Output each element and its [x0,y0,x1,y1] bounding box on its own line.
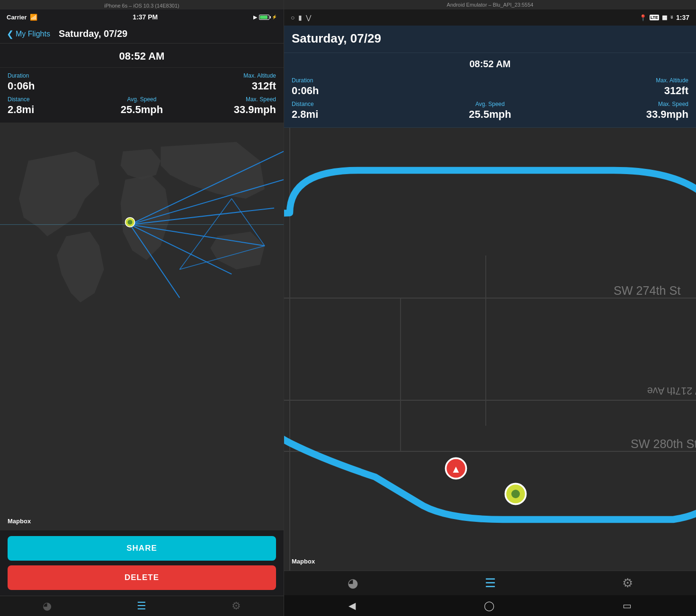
android-distance-stat: Distance 2.8mi [292,101,424,121]
svg-text:SW 274th St: SW 274th St [614,284,680,297]
android-distance-label: Distance [292,101,424,107]
ios-max-speed-value: 33.9mph [187,104,276,116]
ios-dashboard-icon[interactable]: ◕ [43,600,52,612]
ios-max-altitude-stat: Max. Altitude 312ft [187,72,276,92]
android-empty-stat1 [424,77,556,97]
android-title-bar: Android Emulator – Blu_API_23:5554 [284,0,696,9]
android-map: SW 274th St SW 280th St SW 217th Ave ▲ M… [284,128,696,571]
android-mapbox-label: Mapbox [292,558,315,565]
ios-title-bar: iPhone 6s – iOS 10.3 (14E8301) [0,0,284,9]
ios-distance-stat: Distance 2.8mi [8,96,97,116]
android-flight-time: 08:52 AM [284,59,696,70]
ios-max-altitude-value: 312ft [187,80,276,92]
chevron-left-icon: ❮ [7,29,14,39]
android-list-icon[interactable]: ☰ [485,576,496,590]
ios-title-text: iPhone 6s – iOS 10.3 (14E8301) [104,3,179,9]
android-bottom-nav: ◕ ☰ ⚙ [284,571,696,595]
svg-rect-13 [284,128,696,571]
lte-badge: LTE [650,15,659,20]
ios-avg-speed-label: Avg. Speed [97,96,187,103]
ios-settings-icon[interactable]: ⚙ [232,600,241,612]
android-time-section: 08:52 AM [284,53,696,73]
ios-back-label: My Flights [16,30,50,38]
ios-max-altitude-label: Max. Altitude [187,72,276,79]
ios-distance-value: 2.8mi [8,104,97,116]
battery-icon [259,15,269,20]
ios-max-speed-stat: Max. Speed 33.9mph [187,96,276,116]
android-status-bar: ○ ▮ ⋁ 📍 LTE ▩ ⍤ 1:37 [284,9,696,26]
ios-stats: Duration 0:06h Max. Altitude 312ft Dista… [0,68,284,123]
ios-nav-bar: ❮ My Flights Saturday, 07/29 [0,25,284,44]
ios-flight-time: 08:52 AM [0,50,284,62]
android-icon3: ⋁ [306,14,311,21]
android-map-svg: SW 274th St SW 280th St SW 217th Ave ▲ [284,128,696,571]
ios-list-icon[interactable]: ☰ [137,600,146,612]
ios-bottom-bar: ◕ ☰ ⚙ [0,596,284,616]
ios-duration-label: Duration [8,72,97,79]
ios-carrier: Carrier [7,14,27,21]
location-icon: ▶ [253,14,257,20]
android-max-altitude-value: 312ft [556,85,688,97]
location-icon: 📍 [639,14,647,21]
svg-text:SW 217th Ave: SW 217th Ave [647,385,696,397]
ios-mapbox-label: Mapbox [8,518,31,525]
android-avg-speed-label: Avg. Speed [424,101,556,107]
android-status-left: ○ ▮ ⋁ [291,14,311,21]
ios-time-section: 08:52 AM [0,44,284,68]
android-recents-button[interactable]: ▭ [623,600,632,611]
ios-status-left: Carrier 📶 [7,14,37,21]
android-duration-label: Duration [292,77,424,84]
battery-icon: ⍤ [670,14,673,21]
svg-text:SW 280th St: SW 280th St [631,437,696,450]
ios-back-button[interactable]: ❮ My Flights [7,29,50,39]
ios-distance-label: Distance [8,96,97,103]
delete-button[interactable]: DELETE [8,565,276,590]
ios-panel: iPhone 6s – iOS 10.3 (14E8301) Carrier 📶… [0,0,284,616]
ios-map: Mapbox [0,123,284,530]
ios-duration-value: 0:06h [8,80,97,92]
android-system-bar: ◀ ◯ ▭ [284,595,696,616]
android-icon1: ○ [291,14,294,21]
ios-actions: SHARE DELETE [0,530,284,596]
ios-empty-stat1 [97,72,187,92]
ios-avg-speed-stat: Avg. Speed 25.5mph [97,96,187,116]
android-home-button[interactable]: ◯ [484,600,494,611]
android-panel: Android Emulator – Blu_API_23:5554 ○ ▮ ⋁… [284,0,696,616]
ios-nav-title: Saturday, 07/29 [59,28,127,39]
android-avg-speed-stat: Avg. Speed 25.5mph [424,101,556,121]
android-title-text: Android Emulator – Blu_API_23:5554 [447,2,534,8]
android-duration-stat: Duration 0:06h [292,77,424,97]
android-max-speed-label: Max. Speed [556,101,688,107]
wifi-icon: 📶 [30,14,37,21]
android-max-speed-value: 33.9mph [556,108,688,121]
svg-text:▲: ▲ [451,463,461,475]
lightning-icon: ⚡ [272,15,277,19]
svg-point-12 [128,220,133,225]
ios-status-right: ▶ ⚡ [253,14,277,20]
android-max-altitude-stat: Max. Altitude 312ft [556,77,688,97]
ios-max-speed-label: Max. Speed [187,96,276,103]
android-max-altitude-label: Max. Altitude [556,77,688,84]
android-nav-title: Saturday, 07/29 [292,31,688,46]
ios-duration-stat: Duration 0:06h [8,72,97,92]
android-max-speed-stat: Max. Speed 33.9mph [556,101,688,121]
android-avg-speed-value: 25.5mph [424,108,556,121]
signal-icon: ▩ [662,14,667,21]
android-dashboard-icon[interactable]: ◕ [348,576,358,590]
android-icon2: ▮ [298,14,302,21]
android-settings-icon[interactable]: ⚙ [622,576,633,590]
svg-point-27 [511,490,520,498]
share-button[interactable]: SHARE [8,536,276,561]
ios-clock: 1:37 PM [133,13,158,21]
ios-avg-speed-value: 25.5mph [97,104,187,116]
android-clock: 1:37 [676,14,689,21]
android-back-button[interactable]: ◀ [348,600,356,611]
android-status-right: 📍 LTE ▩ ⍤ 1:37 [639,14,689,21]
android-stats: Duration 0:06h Max. Altitude 312ft Dista… [284,73,696,128]
android-distance-value: 2.8mi [292,108,424,121]
android-nav-bar: Saturday, 07/29 [284,26,696,53]
android-duration-value: 0:06h [292,85,424,97]
battery-fill [260,16,268,19]
ios-status-bar: Carrier 📶 1:37 PM ▶ ⚡ [0,9,284,25]
ios-map-world-svg [0,123,284,326]
